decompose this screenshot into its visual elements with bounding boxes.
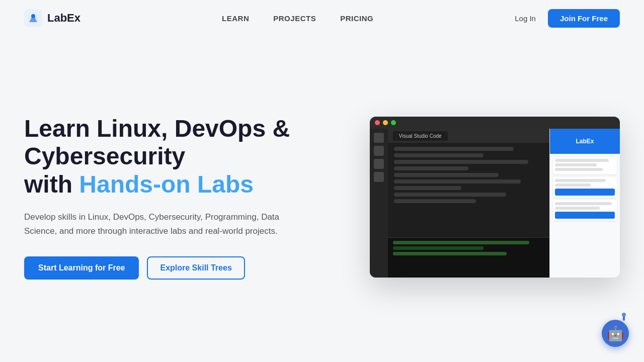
product-screenshot: Visual Studio Code bbox=[370, 117, 620, 278]
hero-section: Learn Linux, DevOps & Cybersecurity with… bbox=[0, 36, 644, 328]
nav-projects[interactable]: PROJECTS bbox=[273, 14, 316, 23]
minimize-dot bbox=[383, 120, 388, 125]
maximize-dot bbox=[391, 120, 396, 125]
code-line bbox=[394, 179, 521, 184]
labex-panel-logo: LabEx bbox=[576, 138, 594, 145]
code-line bbox=[394, 160, 529, 164]
nav-links: LEARN PROJECTS PRICING bbox=[222, 14, 373, 23]
labex-panel-content bbox=[550, 154, 620, 278]
hero-title-line1: Learn Linux, DevOps & Cybersecurity bbox=[24, 115, 290, 169]
navbar: LabEx LEARN PROJECTS PRICING Log In Join… bbox=[0, 0, 644, 36]
chat-widget[interactable]: 🤖 bbox=[602, 320, 629, 347]
hero-title-line2: with bbox=[24, 171, 79, 198]
labex-content-block bbox=[553, 177, 617, 198]
window-bar bbox=[370, 117, 620, 129]
hero-content: Learn Linux, DevOps & Cybersecurity with… bbox=[24, 115, 352, 280]
hero-image: Visual Studio Code bbox=[370, 117, 620, 278]
sidebar-extensions-icon bbox=[374, 172, 384, 182]
hero-title-highlight: Hands-on Labs bbox=[79, 171, 254, 198]
hero-description: Develop skills in Linux, DevOps, Cyberse… bbox=[24, 210, 306, 238]
login-button[interactable]: Log In bbox=[515, 14, 536, 23]
sidebar-files-icon bbox=[374, 133, 384, 143]
labex-block-line bbox=[555, 179, 606, 182]
robot-antenna-icon bbox=[623, 315, 625, 321]
close-dot bbox=[375, 120, 380, 125]
ide-tab: Visual Studio Code bbox=[393, 131, 448, 141]
explore-skill-trees-button[interactable]: Explore Skill Trees bbox=[147, 256, 245, 280]
nav-actions: Log In Join For Free bbox=[515, 9, 620, 28]
code-line bbox=[394, 153, 484, 157]
code-line bbox=[394, 199, 476, 203]
nav-learn[interactable]: LEARN bbox=[222, 14, 249, 23]
nav-pricing[interactable]: PRICING bbox=[340, 14, 373, 23]
start-learning-button[interactable]: Start Learning for Free bbox=[24, 256, 139, 280]
labex-content-block bbox=[553, 200, 617, 221]
labex-block-line bbox=[555, 184, 591, 187]
labex-block-line bbox=[555, 207, 600, 210]
labex-block-line bbox=[555, 168, 603, 171]
hero-buttons: Start Learning for Free Explore Skill Tr… bbox=[24, 256, 352, 280]
labex-block-line bbox=[555, 202, 612, 205]
labex-content-block bbox=[553, 157, 617, 174]
terminal-line bbox=[393, 246, 484, 250]
logo[interactable]: LabEx bbox=[24, 9, 80, 27]
sidebar-git-icon bbox=[374, 159, 384, 169]
labex-panel: LabEx bbox=[549, 129, 620, 278]
robot-face-icon: 🤖 bbox=[607, 325, 624, 342]
ide-code-area bbox=[388, 143, 549, 210]
logo-icon bbox=[24, 9, 42, 27]
ide-editor-area: Visual Studio Code bbox=[388, 129, 549, 278]
terminal-line bbox=[393, 252, 507, 255]
ide-sidebar bbox=[370, 129, 388, 278]
terminal-line bbox=[393, 241, 529, 244]
join-button[interactable]: Join For Free bbox=[548, 9, 620, 28]
code-line bbox=[394, 193, 506, 197]
labex-mock-button bbox=[555, 212, 615, 219]
code-line bbox=[394, 173, 499, 177]
labex-block-line bbox=[555, 163, 597, 166]
ide-tab-bar: Visual Studio Code bbox=[388, 129, 549, 143]
code-line bbox=[394, 147, 514, 151]
svg-point-1 bbox=[31, 14, 35, 18]
window-content: Visual Studio Code bbox=[370, 129, 620, 278]
code-line bbox=[394, 166, 469, 170]
robot-body: 🤖 bbox=[602, 320, 629, 347]
hero-title: Learn Linux, DevOps & Cybersecurity with… bbox=[24, 115, 352, 198]
labex-panel-header: LabEx bbox=[550, 129, 620, 154]
ide-terminal bbox=[388, 237, 549, 278]
labex-mock-button bbox=[555, 189, 615, 196]
labex-block-line bbox=[555, 159, 609, 162]
sidebar-search-icon bbox=[374, 146, 384, 156]
code-line bbox=[394, 186, 461, 190]
logo-text: LabEx bbox=[47, 12, 80, 25]
